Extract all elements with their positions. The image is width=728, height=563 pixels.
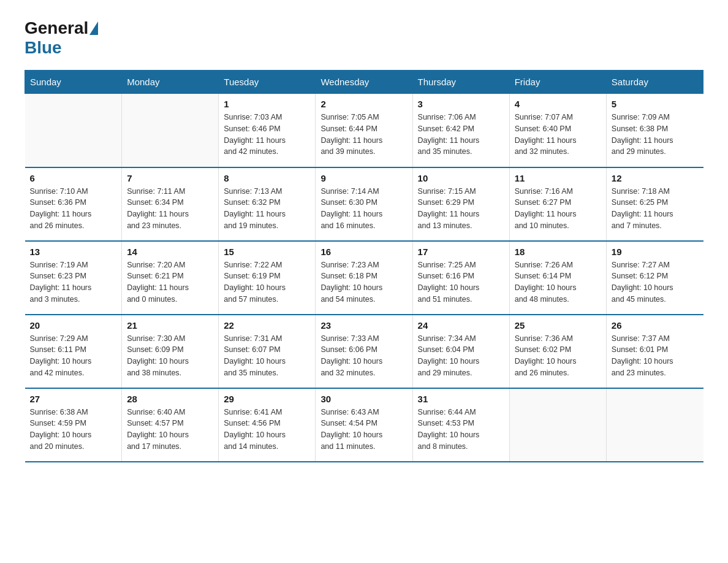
day-number: 5 — [612, 99, 699, 109]
day-info: Sunrise: 7:29 AMSunset: 6:11 PMDaylight:… — [30, 333, 117, 379]
day-info: Sunrise: 7:20 AMSunset: 6:21 PMDaylight:… — [127, 259, 213, 305]
calendar-cell — [509, 388, 606, 462]
day-number: 18 — [515, 247, 601, 257]
day-info: Sunrise: 7:03 AMSunset: 6:46 PMDaylight:… — [224, 112, 310, 158]
calendar-header-friday: Friday — [509, 71, 606, 94]
calendar-table: SundayMondayTuesdayWednesdayThursdayFrid… — [25, 70, 703, 462]
calendar-cell: 21Sunrise: 7:30 AMSunset: 6:09 PMDayligh… — [122, 315, 219, 388]
day-info: Sunrise: 6:40 AMSunset: 4:57 PMDaylight:… — [127, 407, 213, 453]
calendar-cell: 17Sunrise: 7:25 AMSunset: 6:16 PMDayligh… — [412, 241, 509, 315]
calendar-week-row: 27Sunrise: 6:38 AMSunset: 4:59 PMDayligh… — [25, 388, 703, 462]
day-info: Sunrise: 7:16 AMSunset: 6:27 PMDaylight:… — [515, 186, 601, 232]
day-number: 28 — [127, 394, 213, 404]
day-number: 19 — [612, 247, 699, 257]
calendar-header-thursday: Thursday — [412, 71, 509, 94]
day-number: 17 — [418, 247, 504, 257]
day-number: 22 — [224, 320, 310, 331]
day-info: Sunrise: 7:36 AMSunset: 6:02 PMDaylight:… — [515, 333, 601, 379]
calendar-week-row: 20Sunrise: 7:29 AMSunset: 6:11 PMDayligh… — [25, 315, 703, 388]
calendar-cell: 4Sunrise: 7:07 AMSunset: 6:40 PMDaylight… — [509, 94, 606, 167]
day-info: Sunrise: 7:27 AMSunset: 6:12 PMDaylight:… — [612, 259, 699, 305]
day-number: 7 — [127, 173, 213, 183]
day-info: Sunrise: 7:09 AMSunset: 6:38 PMDaylight:… — [612, 112, 699, 158]
calendar-cell: 9Sunrise: 7:14 AMSunset: 6:30 PMDaylight… — [316, 167, 412, 241]
day-number: 26 — [612, 320, 699, 331]
day-number: 24 — [418, 320, 504, 331]
day-info: Sunrise: 6:44 AMSunset: 4:53 PMDaylight:… — [418, 407, 504, 453]
day-number: 11 — [515, 173, 601, 183]
day-number: 25 — [515, 320, 601, 331]
day-number: 15 — [224, 247, 310, 257]
calendar-cell: 16Sunrise: 7:23 AMSunset: 6:18 PMDayligh… — [316, 241, 412, 315]
day-number: 4 — [515, 99, 601, 109]
day-number: 31 — [418, 394, 504, 404]
calendar-cell: 25Sunrise: 7:36 AMSunset: 6:02 PMDayligh… — [509, 315, 606, 388]
calendar-cell: 13Sunrise: 7:19 AMSunset: 6:23 PMDayligh… — [25, 241, 122, 315]
day-info: Sunrise: 6:41 AMSunset: 4:56 PMDaylight:… — [224, 407, 310, 453]
calendar-cell: 11Sunrise: 7:16 AMSunset: 6:27 PMDayligh… — [509, 167, 606, 241]
calendar-cell: 12Sunrise: 7:18 AMSunset: 6:25 PMDayligh… — [606, 167, 703, 241]
calendar-header-sunday: Sunday — [25, 71, 122, 94]
day-number: 9 — [320, 173, 407, 183]
day-number: 13 — [30, 247, 117, 257]
day-number: 20 — [30, 320, 117, 331]
calendar-cell: 24Sunrise: 7:34 AMSunset: 6:04 PMDayligh… — [412, 315, 509, 388]
calendar-cell: 22Sunrise: 7:31 AMSunset: 6:07 PMDayligh… — [219, 315, 316, 388]
calendar-cell: 10Sunrise: 7:15 AMSunset: 6:29 PMDayligh… — [412, 167, 509, 241]
day-number: 30 — [320, 394, 407, 404]
day-info: Sunrise: 7:14 AMSunset: 6:30 PMDaylight:… — [320, 186, 407, 232]
day-info: Sunrise: 7:15 AMSunset: 6:29 PMDaylight:… — [418, 186, 504, 232]
logo-blue-text: Blue — [25, 38, 62, 57]
calendar-cell: 7Sunrise: 7:11 AMSunset: 6:34 PMDaylight… — [122, 167, 219, 241]
day-number: 27 — [30, 394, 117, 404]
logo-general-text: General — [25, 18, 88, 38]
day-info: Sunrise: 7:23 AMSunset: 6:18 PMDaylight:… — [320, 259, 407, 305]
day-info: Sunrise: 6:43 AMSunset: 4:54 PMDaylight:… — [320, 407, 407, 453]
calendar-cell: 26Sunrise: 7:37 AMSunset: 6:01 PMDayligh… — [606, 315, 703, 388]
calendar-header-wednesday: Wednesday — [316, 71, 412, 94]
day-info: Sunrise: 7:31 AMSunset: 6:07 PMDaylight:… — [224, 333, 310, 379]
day-info: Sunrise: 7:22 AMSunset: 6:19 PMDaylight:… — [224, 259, 310, 305]
day-info: Sunrise: 7:13 AMSunset: 6:32 PMDaylight:… — [224, 186, 310, 232]
calendar-cell: 19Sunrise: 7:27 AMSunset: 6:12 PMDayligh… — [606, 241, 703, 315]
calendar-header-saturday: Saturday — [606, 71, 703, 94]
page-header: General Blue — [25, 18, 703, 58]
calendar-cell: 29Sunrise: 6:41 AMSunset: 4:56 PMDayligh… — [219, 388, 316, 462]
calendar-cell — [606, 388, 703, 462]
day-number: 2 — [320, 99, 407, 109]
day-info: Sunrise: 7:33 AMSunset: 6:06 PMDaylight:… — [320, 333, 407, 379]
calendar-header-monday: Monday — [122, 71, 219, 94]
day-info: Sunrise: 7:34 AMSunset: 6:04 PMDaylight:… — [418, 333, 504, 379]
logo-triangle-icon — [89, 21, 98, 35]
day-number: 14 — [127, 247, 213, 257]
day-number: 6 — [30, 173, 117, 183]
day-info: Sunrise: 7:19 AMSunset: 6:23 PMDaylight:… — [30, 259, 117, 305]
day-number: 3 — [418, 99, 504, 109]
day-info: Sunrise: 7:30 AMSunset: 6:09 PMDaylight:… — [127, 333, 213, 379]
calendar-cell: 28Sunrise: 6:40 AMSunset: 4:57 PMDayligh… — [122, 388, 219, 462]
day-number: 1 — [224, 99, 310, 109]
day-info: Sunrise: 7:05 AMSunset: 6:44 PMDaylight:… — [320, 112, 407, 158]
calendar-cell: 1Sunrise: 7:03 AMSunset: 6:46 PMDaylight… — [219, 94, 316, 167]
calendar-week-row: 6Sunrise: 7:10 AMSunset: 6:36 PMDaylight… — [25, 167, 703, 241]
calendar-cell: 30Sunrise: 6:43 AMSunset: 4:54 PMDayligh… — [316, 388, 412, 462]
day-info: Sunrise: 7:06 AMSunset: 6:42 PMDaylight:… — [418, 112, 504, 158]
day-number: 8 — [224, 173, 310, 183]
calendar-cell: 3Sunrise: 7:06 AMSunset: 6:42 PMDaylight… — [412, 94, 509, 167]
calendar-cell: 6Sunrise: 7:10 AMSunset: 6:36 PMDaylight… — [25, 167, 122, 241]
calendar-week-row: 13Sunrise: 7:19 AMSunset: 6:23 PMDayligh… — [25, 241, 703, 315]
day-info: Sunrise: 7:25 AMSunset: 6:16 PMDaylight:… — [418, 259, 504, 305]
calendar-header-tuesday: Tuesday — [219, 71, 316, 94]
day-info: Sunrise: 7:18 AMSunset: 6:25 PMDaylight:… — [612, 186, 699, 232]
day-number: 23 — [320, 320, 407, 331]
calendar-cell: 2Sunrise: 7:05 AMSunset: 6:44 PMDaylight… — [316, 94, 412, 167]
day-info: Sunrise: 7:11 AMSunset: 6:34 PMDaylight:… — [127, 186, 213, 232]
day-number: 10 — [418, 173, 504, 183]
calendar-cell: 14Sunrise: 7:20 AMSunset: 6:21 PMDayligh… — [122, 241, 219, 315]
calendar-cell: 27Sunrise: 6:38 AMSunset: 4:59 PMDayligh… — [25, 388, 122, 462]
day-number: 12 — [612, 173, 699, 183]
day-number: 21 — [127, 320, 213, 331]
calendar-cell: 31Sunrise: 6:44 AMSunset: 4:53 PMDayligh… — [412, 388, 509, 462]
calendar-cell — [122, 94, 219, 167]
day-info: Sunrise: 7:10 AMSunset: 6:36 PMDaylight:… — [30, 186, 117, 232]
